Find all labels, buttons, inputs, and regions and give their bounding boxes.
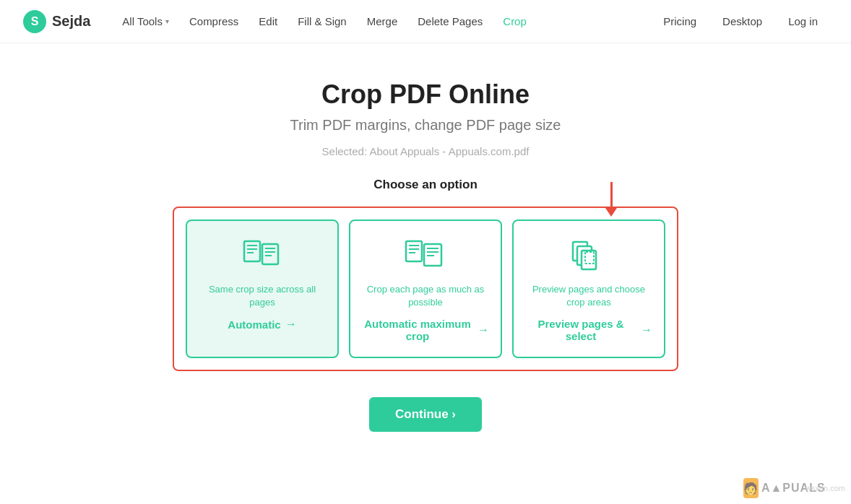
svg-rect-0 bbox=[244, 241, 260, 261]
nav-link-compress[interactable]: Compress bbox=[181, 9, 247, 33]
watermark: 🧑 A▲PUALS wsxdn.com bbox=[743, 478, 845, 498]
option-label-1[interactable]: Automatic → bbox=[228, 318, 296, 331]
arrow-head bbox=[605, 208, 617, 217]
logo[interactable]: S Sejda bbox=[23, 10, 90, 33]
nav-pricing[interactable]: Pricing bbox=[653, 9, 707, 33]
page-subtitle: Trim PDF margins, change PDF page size bbox=[290, 117, 561, 134]
option-card-automatic[interactable]: Same crop size across all pages Automati… bbox=[186, 220, 339, 358]
nav-link-fill-sign[interactable]: Fill & Sign bbox=[289, 9, 355, 33]
nav-right: Pricing Desktop Log in bbox=[653, 9, 828, 33]
option-desc-3: Preview pages and choose crop areas bbox=[525, 283, 652, 309]
nav-link-all-tools[interactable]: All Tools ▾ bbox=[113, 9, 178, 33]
arrow-line bbox=[610, 182, 613, 208]
option-label-2[interactable]: Automatic maximum crop → bbox=[362, 318, 489, 342]
option-desc-1: Same crop size across all pages bbox=[199, 283, 326, 309]
main-content: Crop PDF Online Trim PDF margins, change… bbox=[0, 43, 851, 461]
page-title: Crop PDF Online bbox=[321, 79, 530, 110]
nav-desktop[interactable]: Desktop bbox=[712, 9, 772, 33]
option-label-3[interactable]: Preview pages & select → bbox=[525, 318, 652, 342]
logo-icon: S bbox=[23, 10, 46, 33]
choose-option-label: Choose an option bbox=[373, 178, 478, 192]
continue-button[interactable]: Continue › bbox=[369, 397, 482, 432]
appuals-icon: 🧑 bbox=[743, 478, 759, 498]
option-card-preview[interactable]: Preview pages and choose crop areas Prev… bbox=[512, 220, 665, 358]
option-desc-2: Crop each page as much as possible bbox=[362, 283, 489, 309]
options-container: Same crop size across all pages Automati… bbox=[173, 207, 678, 371]
logo-name: Sejda bbox=[52, 13, 90, 30]
selected-file: Selected: About Appuals - Appuals.com.pd… bbox=[322, 145, 530, 157]
nav-login[interactable]: Log in bbox=[778, 9, 828, 33]
option-icon-auto-max bbox=[404, 238, 447, 274]
option-icon-preview bbox=[567, 238, 610, 274]
svg-rect-8 bbox=[406, 241, 422, 261]
arrow-right-icon-3: → bbox=[641, 323, 652, 336]
svg-rect-4 bbox=[262, 244, 278, 264]
nav-link-delete-pages[interactable]: Delete Pages bbox=[409, 9, 491, 33]
nav-links: All Tools ▾ Compress Edit Fill & Sign Me… bbox=[113, 9, 653, 33]
red-arrow bbox=[605, 182, 617, 217]
arrow-right-icon: → bbox=[285, 318, 297, 331]
option-icon-automatic bbox=[241, 238, 284, 274]
appuals-logo: 🧑 A▲PUALS bbox=[743, 478, 801, 498]
arrow-right-icon-2: → bbox=[478, 323, 489, 336]
option-card-auto-max[interactable]: Crop each page as much as possible Autom… bbox=[349, 220, 502, 358]
nav-link-crop[interactable]: Crop bbox=[494, 9, 535, 33]
navbar: S Sejda All Tools ▾ Compress Edit Fill &… bbox=[0, 0, 851, 43]
chevron-down-icon: ▾ bbox=[165, 17, 169, 25]
nav-link-edit[interactable]: Edit bbox=[250, 9, 286, 33]
watermark-text: wsxdn.com bbox=[805, 484, 845, 492]
nav-link-merge[interactable]: Merge bbox=[358, 9, 407, 33]
